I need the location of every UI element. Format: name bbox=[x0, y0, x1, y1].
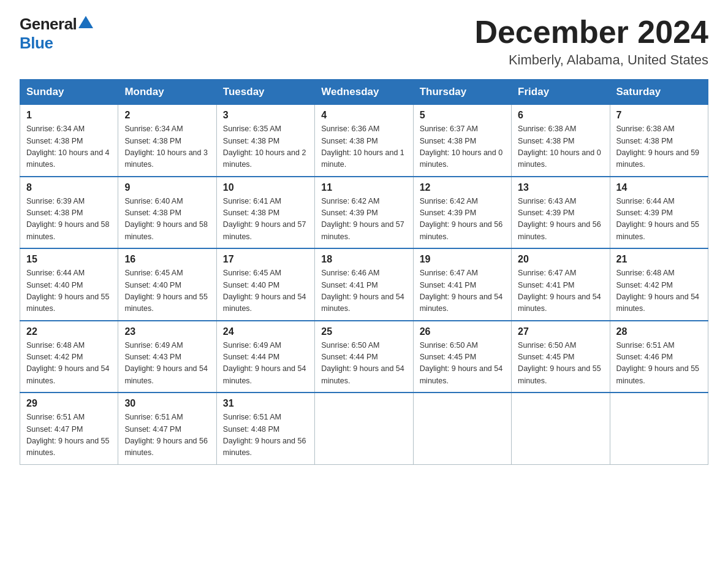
day-info: Sunrise: 6:34 AMSunset: 4:38 PMDaylight:… bbox=[26, 123, 112, 171]
calendar-cell: 9 Sunrise: 6:40 AMSunset: 4:38 PMDayligh… bbox=[118, 177, 216, 249]
day-info: Sunrise: 6:45 AMSunset: 4:40 PMDaylight:… bbox=[124, 267, 210, 315]
calendar-cell: 20 Sunrise: 6:47 AMSunset: 4:41 PMDaylig… bbox=[512, 248, 610, 321]
day-number: 16 bbox=[124, 254, 210, 265]
calendar-cell: 13 Sunrise: 6:43 AMSunset: 4:39 PMDaylig… bbox=[512, 177, 610, 249]
calendar-cell: 28 Sunrise: 6:51 AMSunset: 4:46 PMDaylig… bbox=[610, 321, 708, 393]
day-info: Sunrise: 6:38 AMSunset: 4:38 PMDaylight:… bbox=[518, 123, 603, 171]
calendar-cell: 5 Sunrise: 6:37 AMSunset: 4:38 PMDayligh… bbox=[413, 105, 511, 177]
day-info: Sunrise: 6:44 AMSunset: 4:40 PMDaylight:… bbox=[26, 267, 112, 315]
calendar-week-row: 1 Sunrise: 6:34 AMSunset: 4:38 PMDayligh… bbox=[20, 105, 708, 177]
weekday-header-tuesday: Tuesday bbox=[216, 80, 314, 105]
calendar-cell: 6 Sunrise: 6:38 AMSunset: 4:38 PMDayligh… bbox=[512, 105, 610, 177]
day-number: 29 bbox=[26, 398, 112, 409]
logo-blue-text: Blue bbox=[20, 34, 53, 53]
day-number: 31 bbox=[223, 398, 308, 409]
day-info: Sunrise: 6:42 AMSunset: 4:39 PMDaylight:… bbox=[321, 196, 406, 243]
day-info: Sunrise: 6:45 AMSunset: 4:40 PMDaylight:… bbox=[223, 267, 308, 315]
calendar-cell bbox=[610, 393, 708, 464]
calendar-cell: 31 Sunrise: 6:51 AMSunset: 4:48 PMDaylig… bbox=[216, 393, 314, 464]
day-info: Sunrise: 6:48 AMSunset: 4:42 PMDaylight:… bbox=[26, 340, 112, 388]
logo: General Blue bbox=[20, 15, 93, 53]
day-info: Sunrise: 6:38 AMSunset: 4:38 PMDaylight:… bbox=[616, 123, 702, 171]
weekday-header-row: SundayMondayTuesdayWednesdayThursdayFrid… bbox=[20, 80, 708, 105]
calendar-cell: 16 Sunrise: 6:45 AMSunset: 4:40 PMDaylig… bbox=[118, 248, 216, 321]
day-info: Sunrise: 6:50 AMSunset: 4:44 PMDaylight:… bbox=[321, 340, 406, 388]
day-info: Sunrise: 6:37 AMSunset: 4:38 PMDaylight:… bbox=[420, 123, 505, 171]
calendar-table: SundayMondayTuesdayWednesdayThursdayFrid… bbox=[20, 79, 708, 465]
calendar-cell: 12 Sunrise: 6:42 AMSunset: 4:39 PMDaylig… bbox=[413, 177, 511, 249]
day-info: Sunrise: 6:50 AMSunset: 4:45 PMDaylight:… bbox=[518, 340, 603, 388]
calendar-cell: 1 Sunrise: 6:34 AMSunset: 4:38 PMDayligh… bbox=[20, 105, 118, 177]
weekday-header-saturday: Saturday bbox=[610, 80, 708, 105]
day-info: Sunrise: 6:47 AMSunset: 4:41 PMDaylight:… bbox=[518, 267, 603, 315]
calendar-subtitle: Kimberly, Alabama, United States bbox=[474, 52, 708, 68]
day-number: 23 bbox=[124, 326, 210, 337]
day-number: 25 bbox=[321, 326, 406, 337]
day-info: Sunrise: 6:36 AMSunset: 4:38 PMDaylight:… bbox=[321, 123, 406, 171]
calendar-cell: 25 Sunrise: 6:50 AMSunset: 4:44 PMDaylig… bbox=[315, 321, 413, 393]
weekday-header-friday: Friday bbox=[512, 80, 610, 105]
day-info: Sunrise: 6:50 AMSunset: 4:45 PMDaylight:… bbox=[420, 340, 505, 388]
calendar-cell: 30 Sunrise: 6:51 AMSunset: 4:47 PMDaylig… bbox=[118, 393, 216, 464]
calendar-cell: 23 Sunrise: 6:49 AMSunset: 4:43 PMDaylig… bbox=[118, 321, 216, 393]
calendar-cell bbox=[315, 393, 413, 464]
calendar-cell: 24 Sunrise: 6:49 AMSunset: 4:44 PMDaylig… bbox=[216, 321, 314, 393]
calendar-cell: 4 Sunrise: 6:36 AMSunset: 4:38 PMDayligh… bbox=[315, 105, 413, 177]
calendar-cell: 21 Sunrise: 6:48 AMSunset: 4:42 PMDaylig… bbox=[610, 248, 708, 321]
calendar-cell: 8 Sunrise: 6:39 AMSunset: 4:38 PMDayligh… bbox=[20, 177, 118, 249]
day-info: Sunrise: 6:43 AMSunset: 4:39 PMDaylight:… bbox=[518, 196, 603, 243]
day-number: 21 bbox=[616, 254, 702, 265]
calendar-week-row: 15 Sunrise: 6:44 AMSunset: 4:40 PMDaylig… bbox=[20, 248, 708, 321]
day-number: 13 bbox=[518, 182, 603, 193]
day-info: Sunrise: 6:39 AMSunset: 4:38 PMDaylight:… bbox=[26, 196, 112, 243]
weekday-header-monday: Monday bbox=[118, 80, 216, 105]
calendar-cell bbox=[512, 393, 610, 464]
calendar-cell: 2 Sunrise: 6:34 AMSunset: 4:38 PMDayligh… bbox=[118, 105, 216, 177]
weekday-header-thursday: Thursday bbox=[413, 80, 511, 105]
day-number: 5 bbox=[420, 110, 505, 121]
day-info: Sunrise: 6:51 AMSunset: 4:47 PMDaylight:… bbox=[124, 412, 210, 459]
day-info: Sunrise: 6:48 AMSunset: 4:42 PMDaylight:… bbox=[616, 267, 702, 315]
day-info: Sunrise: 6:51 AMSunset: 4:46 PMDaylight:… bbox=[616, 340, 702, 388]
weekday-header-sunday: Sunday bbox=[20, 80, 118, 105]
calendar-cell: 19 Sunrise: 6:47 AMSunset: 4:41 PMDaylig… bbox=[413, 248, 511, 321]
day-number: 26 bbox=[420, 326, 505, 337]
day-number: 24 bbox=[223, 326, 308, 337]
calendar-cell: 3 Sunrise: 6:35 AMSunset: 4:38 PMDayligh… bbox=[216, 105, 314, 177]
day-number: 28 bbox=[616, 326, 702, 337]
day-number: 8 bbox=[26, 182, 112, 193]
day-number: 3 bbox=[223, 110, 308, 121]
day-info: Sunrise: 6:51 AMSunset: 4:48 PMDaylight:… bbox=[223, 412, 308, 459]
day-number: 9 bbox=[124, 182, 210, 193]
calendar-cell: 15 Sunrise: 6:44 AMSunset: 4:40 PMDaylig… bbox=[20, 248, 118, 321]
day-number: 10 bbox=[223, 182, 308, 193]
calendar-cell: 11 Sunrise: 6:42 AMSunset: 4:39 PMDaylig… bbox=[315, 177, 413, 249]
day-info: Sunrise: 6:47 AMSunset: 4:41 PMDaylight:… bbox=[420, 267, 505, 315]
day-number: 1 bbox=[26, 110, 112, 121]
day-info: Sunrise: 6:44 AMSunset: 4:39 PMDaylight:… bbox=[616, 196, 702, 243]
day-number: 2 bbox=[124, 110, 210, 121]
logo-triangle-icon bbox=[78, 16, 93, 28]
calendar-cell: 17 Sunrise: 6:45 AMSunset: 4:40 PMDaylig… bbox=[216, 248, 314, 321]
logo-general-text: General bbox=[20, 15, 77, 34]
calendar-cell: 26 Sunrise: 6:50 AMSunset: 4:45 PMDaylig… bbox=[413, 321, 511, 393]
day-number: 4 bbox=[321, 110, 406, 121]
calendar-cell: 27 Sunrise: 6:50 AMSunset: 4:45 PMDaylig… bbox=[512, 321, 610, 393]
title-area: December 2024 Kimberly, Alabama, United … bbox=[474, 15, 708, 68]
calendar-cell: 10 Sunrise: 6:41 AMSunset: 4:38 PMDaylig… bbox=[216, 177, 314, 249]
calendar-title: December 2024 bbox=[474, 15, 708, 50]
day-info: Sunrise: 6:40 AMSunset: 4:38 PMDaylight:… bbox=[124, 196, 210, 243]
day-info: Sunrise: 6:49 AMSunset: 4:44 PMDaylight:… bbox=[223, 340, 308, 388]
calendar-cell: 22 Sunrise: 6:48 AMSunset: 4:42 PMDaylig… bbox=[20, 321, 118, 393]
day-info: Sunrise: 6:42 AMSunset: 4:39 PMDaylight:… bbox=[420, 196, 505, 243]
day-info: Sunrise: 6:41 AMSunset: 4:38 PMDaylight:… bbox=[223, 196, 308, 243]
day-number: 15 bbox=[26, 254, 112, 265]
top-section: General Blue December 2024 Kimberly, Ala… bbox=[20, 15, 708, 68]
calendar-week-row: 22 Sunrise: 6:48 AMSunset: 4:42 PMDaylig… bbox=[20, 321, 708, 393]
day-number: 12 bbox=[420, 182, 505, 193]
day-info: Sunrise: 6:49 AMSunset: 4:43 PMDaylight:… bbox=[124, 340, 210, 388]
day-number: 7 bbox=[616, 110, 702, 121]
calendar-cell: 29 Sunrise: 6:51 AMSunset: 4:47 PMDaylig… bbox=[20, 393, 118, 464]
day-info: Sunrise: 6:51 AMSunset: 4:47 PMDaylight:… bbox=[26, 412, 112, 459]
day-number: 22 bbox=[26, 326, 112, 337]
